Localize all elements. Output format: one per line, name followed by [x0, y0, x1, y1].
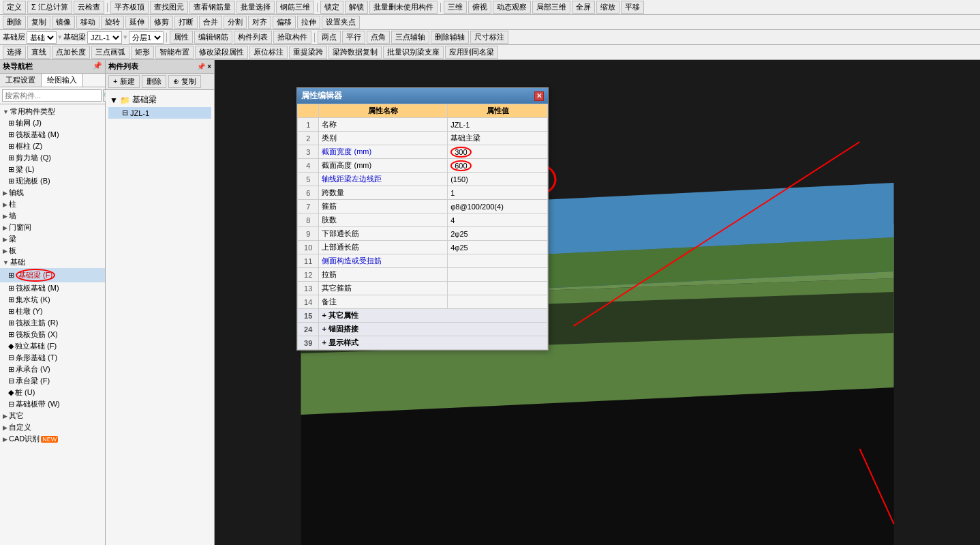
toolbar-lock-btn[interactable]: 锁定 — [320, 1, 343, 14]
tb2-extend-btn[interactable]: 延伸 — [125, 16, 149, 29]
tb2-align-btn[interactable]: 对齐 — [248, 16, 271, 29]
tb4-apply-same-btn[interactable]: 应用到同名梁 — [445, 46, 498, 59]
tree-item-raft-neg[interactable]: ⊞ 筏板负筋 (X) — [0, 329, 105, 340]
tree-item-base-band[interactable]: ⊟ 基础板带 (W) — [0, 398, 105, 410]
toolbar-rebar3d-btn[interactable]: 钢筋三维 — [276, 1, 314, 14]
tree-item-pile[interactable]: ◆ 桩 (U) — [0, 387, 105, 398]
tree-section-slab[interactable]: ▶ 板 — [0, 245, 105, 256]
comp-item-jzl1[interactable]: ⊟ JZL-1 — [108, 107, 211, 119]
tree-item-raft-rebar[interactable]: ⊞ 筏板主筋 (R) — [0, 317, 105, 329]
sublayer-select[interactable]: 分层1 — [129, 31, 164, 44]
toolbar-rebar-qty-btn[interactable]: 查看钢筋量 — [189, 1, 235, 14]
tb3-edit-rebar-btn[interactable]: 编辑钢筋 — [194, 31, 232, 44]
row5-val[interactable]: (150) — [448, 173, 548, 186]
toolbar-3d-btn[interactable]: 三维 — [444, 1, 467, 14]
tb3-pick-btn[interactable]: 拾取构件 — [273, 31, 311, 44]
tb2-move-btn[interactable]: 移动 — [76, 16, 99, 29]
prop-editor-title-bar[interactable]: 属性编辑器 ✕ — [297, 88, 548, 104]
tb2-merge-btn[interactable]: 合并 — [199, 16, 222, 29]
sidebar-pin-icon[interactable]: 📌 — [93, 61, 102, 72]
toolbar-calc-btn[interactable]: Σ 汇总计算 — [27, 1, 72, 14]
tb3-dim-btn[interactable]: 尺寸标注 — [470, 31, 508, 44]
tb4-arc-btn[interactable]: 三点画弧 — [91, 46, 129, 59]
toolbar-orbit-btn[interactable]: 动态观察 — [493, 1, 531, 14]
tree-item-pile-cap[interactable]: ⊞ 承承台 (V) — [0, 364, 105, 375]
row4-val[interactable]: 600 — [448, 159, 548, 173]
toolbar-fullscreen-btn[interactable]: 全屏 — [572, 1, 595, 14]
tree-item-strip[interactable]: ⊟ 条形基础 (T) — [0, 352, 105, 364]
tree-item-raft2[interactable]: ⊞ 筏板基础 (M) — [0, 282, 105, 294]
tb2-copy-btn[interactable]: 复制 — [27, 16, 50, 29]
comp-folder-row[interactable]: ▼ 📁 基础梁 — [108, 93, 211, 107]
tb4-rect-btn[interactable]: 矩形 — [131, 46, 154, 59]
toolbar-top-view-btn[interactable]: 俯视 — [468, 1, 491, 14]
row12-val[interactable] — [448, 268, 548, 282]
row10-val[interactable]: 4φ25 — [448, 241, 548, 254]
row14-val[interactable] — [448, 295, 548, 309]
tree-item-isolated[interactable]: ◆ 独立基础 (F) — [0, 340, 105, 352]
tree-item-cap-beam[interactable]: ⊟ 承台梁 (F) — [0, 375, 105, 387]
row6-val[interactable]: 1 — [448, 186, 548, 200]
row3-val[interactable]: 300 — [448, 145, 548, 159]
toolbar-cloud-btn[interactable]: 云检查 — [74, 1, 104, 14]
tb2-grip-btn[interactable]: 设置夹点 — [322, 16, 360, 29]
tb2-split-btn[interactable]: 分割 — [224, 16, 247, 29]
tree-item-beam[interactable]: ⊞ 梁 (L) — [0, 164, 105, 175]
tree-item-slab[interactable]: ⊞ 现浇板 (B) — [0, 175, 105, 187]
tb4-re-span-btn[interactable]: 重提梁跨 — [289, 46, 327, 59]
tree-section-door[interactable]: ▶ 门窗间 — [0, 222, 105, 233]
tb4-batch-id-btn[interactable]: 批量识别梁支座 — [383, 46, 444, 59]
tb3-parallel-btn[interactable]: 平行 — [342, 31, 365, 44]
3d-viewport[interactable]: 属性编辑器 ✕ 属性名称 属性值 1 名称 JZL-1 — [215, 60, 980, 545]
tb4-mod-seg-btn[interactable]: 修改梁段属性 — [195, 46, 248, 59]
tree-section-cad[interactable]: ▶ CAD识别 NEW — [0, 433, 105, 445]
toolbar-batch-del-btn[interactable]: 批量删未使用构件 — [369, 1, 438, 14]
row7-val[interactable]: φ8@100/200(4) — [448, 200, 548, 213]
row2-val[interactable]: 基础主梁 — [448, 132, 548, 145]
tb3-comp-list-btn[interactable]: 构件列表 — [234, 31, 272, 44]
prop-row-24[interactable]: 24 + 锚固搭接 — [298, 323, 548, 336]
tb4-annotate-btn[interactable]: 原位标注 — [249, 46, 288, 59]
tb2-break-btn[interactable]: 打断 — [174, 16, 198, 29]
toolbar-pan-btn[interactable]: 平移 — [621, 1, 644, 14]
tree-item-raft[interactable]: ⊞ 筏板基础 (M) — [0, 129, 105, 141]
tree-section-common[interactable]: ▼ 常用构件类型 — [0, 106, 105, 117]
tb4-smart-btn[interactable]: 智能布置 — [155, 46, 194, 59]
row11-val[interactable] — [448, 254, 548, 268]
toolbar-zoom-btn[interactable]: 缩放 — [596, 1, 619, 14]
comp-new-btn[interactable]: + 新建 — [108, 75, 140, 88]
tb2-del-btn[interactable]: 删除 — [3, 16, 26, 29]
tree-section-custom[interactable]: ▶ 自定义 — [0, 422, 105, 433]
toolbar-unlock-btn[interactable]: 解锁 — [345, 1, 368, 14]
toolbar-batch-select-btn[interactable]: 批量选择 — [236, 1, 275, 14]
tb2-offset-btn[interactable]: 偏移 — [273, 16, 296, 29]
tb2-rotate-btn[interactable]: 旋转 — [101, 16, 124, 29]
toolbar-local3d-btn[interactable]: 局部三维 — [532, 1, 570, 14]
tab-project-settings[interactable]: 工程设置 — [0, 74, 42, 87]
comp-del-btn[interactable]: 删除 — [142, 75, 166, 88]
comp-list-pin-icon[interactable]: 📌 × — [197, 63, 211, 70]
tb4-point-len-btn[interactable]: 点加长度 — [52, 46, 90, 59]
comp-copy-btn[interactable]: ⊕ 复制 — [168, 75, 201, 88]
tb4-line-btn[interactable]: 直线 — [27, 46, 50, 59]
tb2-mirror-btn[interactable]: 镜像 — [52, 16, 75, 29]
tb3-two-point-btn[interactable]: 两点 — [318, 31, 341, 44]
tree-section-wall[interactable]: ▶ 墙 — [0, 210, 105, 222]
tree-section-foundation[interactable]: ▼ 基础 — [0, 256, 105, 268]
prop-row-15[interactable]: 15 + 其它属性 — [298, 309, 548, 323]
tb3-angle-btn[interactable]: 点角 — [367, 31, 390, 44]
prop-row-39[interactable]: 39 + 显示样式 — [298, 336, 548, 350]
tree-section-other[interactable]: ▶ 其它 — [0, 410, 105, 422]
prop-editor-close-btn[interactable]: ✕ — [534, 91, 544, 101]
row13-val[interactable] — [448, 282, 548, 295]
tree-item-sump[interactable]: ⊞ 集水坑 (K) — [0, 294, 105, 306]
tb4-select-btn[interactable]: 选择 — [3, 46, 26, 59]
tree-item-foundation-beam[interactable]: ⊞ 基础梁 (F) — [0, 268, 105, 282]
tree-item-axis[interactable]: ⊞ 轴网 (J) — [0, 117, 105, 129]
tree-item-cap[interactable]: ⊞ 柱墩 (Y) — [0, 306, 105, 317]
tree-item-col[interactable]: ⊞ 框柱 (Z) — [0, 141, 105, 152]
row8-val[interactable]: 4 — [448, 213, 548, 227]
toolbar-define-btn[interactable]: 定义 — [3, 1, 26, 14]
row9-val[interactable]: 2φ25 — [448, 227, 548, 241]
tb3-prop-btn[interactable]: 属性 — [170, 31, 193, 44]
